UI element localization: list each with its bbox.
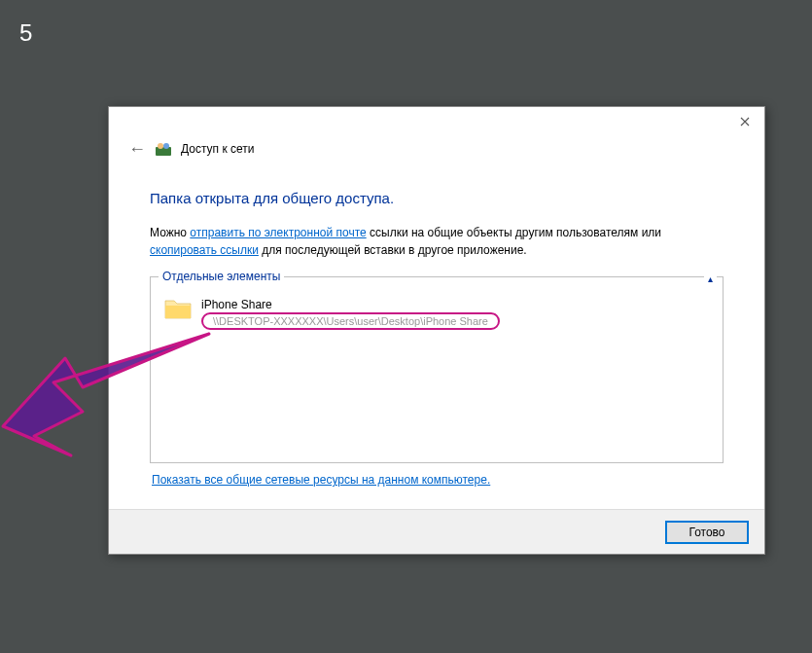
items-groupbox: Отдельные элементы ▴ iPhone Share \\DESK…	[150, 276, 724, 463]
network-access-dialog: ← Доступ к сети Папка открыта для общего…	[108, 106, 765, 555]
button-bar: Готово	[109, 509, 764, 554]
step-number: 5	[19, 19, 32, 47]
main-heading: Папка открыта для общего доступа.	[150, 190, 724, 206]
collapse-caret-icon[interactable]: ▴	[704, 273, 717, 284]
close-icon	[740, 117, 750, 127]
network-share-icon	[156, 141, 171, 157]
desc-text-2: ссылки на общие объекты другим пользоват…	[367, 226, 661, 239]
email-link[interactable]: отправить по электронной почте	[190, 226, 366, 239]
footer-link-row: Показать все общие сетевые ресурсы на да…	[150, 469, 724, 487]
header-row: ← Доступ к сети	[109, 136, 764, 165]
groupbox-legend: Отдельные элементы	[159, 270, 284, 283]
show-all-shares-link[interactable]: Показать все общие сетевые ресурсы на да…	[152, 473, 490, 487]
dialog-body: Папка открыта для общего доступа. Можно …	[109, 165, 764, 487]
item-name: iPhone Share	[201, 298, 500, 311]
close-button[interactable]	[735, 112, 755, 131]
back-button[interactable]: ←	[128, 140, 146, 158]
item-text-block: iPhone Share \\DESKTOP-XXXXXXX\Users\use…	[201, 297, 500, 330]
svg-point-2	[163, 143, 169, 149]
item-path-highlighted: \\DESKTOP-XXXXXXX\Users\user\Desktop\iPh…	[201, 312, 500, 330]
svg-point-1	[158, 143, 163, 149]
svg-rect-0	[156, 147, 171, 156]
dialog-title: Доступ к сети	[181, 142, 254, 156]
desc-text-1: Можно	[150, 226, 190, 239]
done-button[interactable]: Готово	[665, 521, 749, 544]
folder-icon	[164, 297, 192, 320]
shared-item-row[interactable]: iPhone Share \\DESKTOP-XXXXXXX\Users\use…	[164, 295, 709, 332]
titlebar	[109, 107, 764, 136]
desc-text-3: для последующей вставки в другое приложе…	[259, 243, 527, 257]
description-text: Можно отправить по электронной почте ссы…	[150, 224, 724, 259]
copy-link[interactable]: скопировать ссылки	[150, 243, 259, 257]
